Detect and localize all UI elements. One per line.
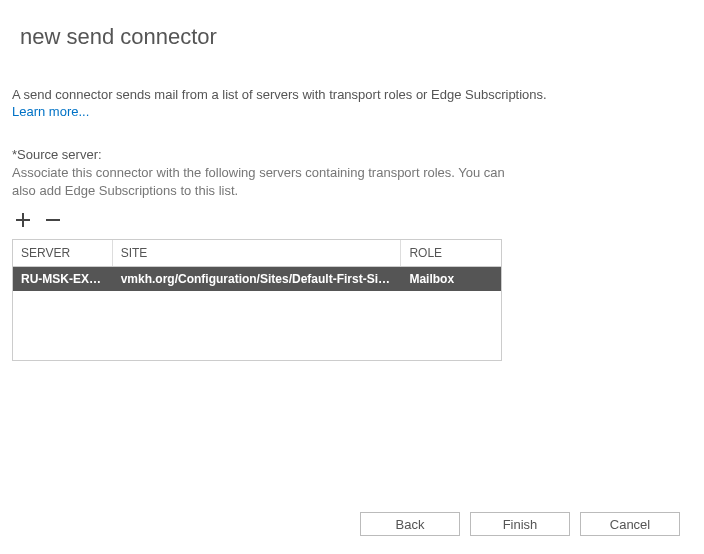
finish-button[interactable]: Finish [470, 512, 570, 536]
column-header-site[interactable]: SITE [113, 240, 402, 266]
cell-server: RU-MSK-EX-01 [13, 267, 113, 291]
table-header: SERVER SITE ROLE [13, 240, 501, 267]
toolbar [12, 209, 692, 231]
table-row[interactable]: RU-MSK-EX-01 vmkh.org/Configuration/Site… [13, 267, 501, 291]
source-server-label: *Source server: [12, 147, 692, 162]
footer-buttons: Back Finish Cancel [360, 512, 680, 536]
cancel-button[interactable]: Cancel [580, 512, 680, 536]
add-icon[interactable] [12, 209, 34, 231]
remove-icon[interactable] [42, 209, 64, 231]
learn-more-link[interactable]: Learn more... [12, 104, 89, 119]
column-header-server[interactable]: SERVER [13, 240, 113, 266]
source-server-table: SERVER SITE ROLE RU-MSK-EX-01 vmkh.org/C… [12, 239, 502, 361]
cell-site: vmkh.org/Configuration/Sites/Default-Fir… [113, 267, 402, 291]
intro-text: A send connector sends mail from a list … [12, 86, 692, 104]
page-title: new send connector [20, 24, 692, 50]
back-button[interactable]: Back [360, 512, 460, 536]
source-server-description: Associate this connector with the follow… [12, 164, 532, 200]
cell-role: Mailbox [401, 267, 501, 291]
column-header-role[interactable]: ROLE [401, 240, 501, 266]
